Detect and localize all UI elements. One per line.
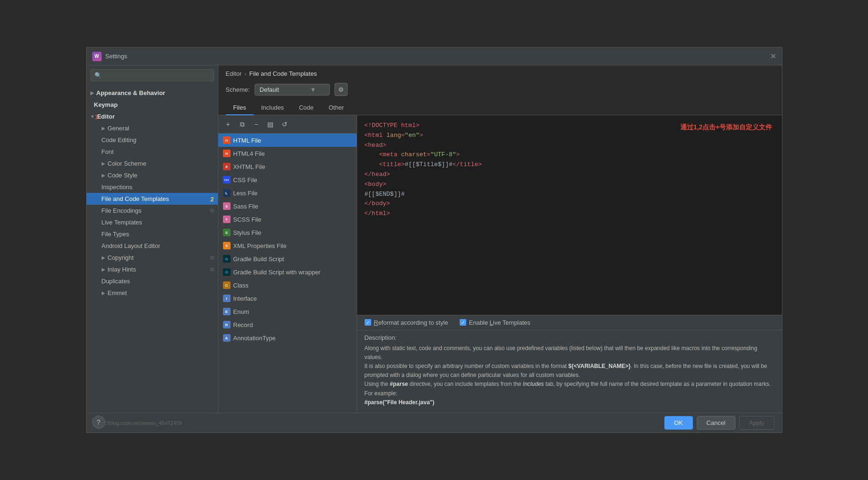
sidebar-item-label: Duplicates xyxy=(102,278,130,285)
file-type-icon: G xyxy=(223,268,231,276)
file-item-css[interactable]: css CSS File xyxy=(218,173,357,186)
file-type-icon: E xyxy=(223,308,231,315)
file-item-sass[interactable]: S Sass File xyxy=(218,200,357,213)
file-item-label: Gradle Build Script xyxy=(233,256,284,263)
bottom-bar: https://blog.csdn.net/weixin_45472409 OK… xyxy=(87,413,782,432)
sidebar-item-code-style[interactable]: ▶ Code Style xyxy=(87,169,218,181)
search-box[interactable]: 🔍 xyxy=(90,69,214,81)
add-template-button[interactable]: + xyxy=(222,118,234,130)
expand-arrow: ▶ xyxy=(102,126,105,131)
close-button[interactable]: ✕ xyxy=(770,52,776,61)
duplicate-template-button[interactable]: ▤ xyxy=(264,118,277,130)
checkbox-checked-icon: ✓ xyxy=(460,319,466,326)
sidebar-item-label: Copyright xyxy=(108,254,134,261)
file-item-interface[interactable]: I Interface xyxy=(218,292,357,305)
scheme-row: Scheme: Default ▼ ⚙ xyxy=(218,81,782,101)
file-item-label: Record xyxy=(233,321,253,328)
sidebar-item-keymap[interactable]: Keymap xyxy=(87,99,218,111)
expand-arrow: ▶ xyxy=(102,267,105,272)
sidebar-item-code-editing[interactable]: Code Editing xyxy=(87,134,218,146)
sidebar-item-label: File and Code Templates xyxy=(102,195,169,202)
sidebar-item-inlay-hints[interactable]: ▶ Inlay Hints ⧉ xyxy=(87,264,218,275)
file-item-label: HTML4 File xyxy=(233,150,265,157)
file-type-icon: S xyxy=(223,229,231,236)
scheme-dropdown[interactable]: Default ▼ xyxy=(255,84,330,96)
copy-icon: ⧉ xyxy=(210,266,214,272)
checkbox-row: ✓ Reformat according to style ✓ Enable L… xyxy=(365,319,774,326)
file-item-label: CSS File xyxy=(233,176,257,184)
sidebar-item-label: File Encodings xyxy=(102,207,142,214)
app-icon: W xyxy=(92,52,102,61)
sidebar-item-appearance[interactable]: ▶ Appearance & Behavior xyxy=(87,87,218,99)
file-type-icon: H xyxy=(223,150,231,157)
file-item-less[interactable]: L Less File xyxy=(218,186,357,200)
code-line: </body> xyxy=(365,199,774,209)
reset-template-button[interactable]: ↺ xyxy=(279,118,291,130)
code-editor[interactable]: 通过1,2点击+号添加自定义文件 <!DOCTYPE html> <html l… xyxy=(357,115,782,315)
file-item-enum[interactable]: E Enum xyxy=(218,305,357,318)
sidebar-item-duplicates[interactable]: Duplicates xyxy=(87,275,218,287)
sidebar-item-label: Editor xyxy=(97,113,115,120)
sidebar-item-label: Color Scheme xyxy=(108,160,146,167)
reformat-checkbox[interactable]: ✓ Reformat according to style xyxy=(365,319,448,326)
tab-includes[interactable]: Includes xyxy=(254,101,291,115)
sidebar-item-inspections[interactable]: Inspections xyxy=(87,181,218,193)
checkbox-checked-icon: ✓ xyxy=(365,319,371,326)
apply-button[interactable]: Apply xyxy=(739,416,774,430)
tab-code[interactable]: Code xyxy=(291,101,321,115)
file-item-html4[interactable]: H HTML4 File xyxy=(218,147,357,160)
file-type-icon: S xyxy=(223,202,231,210)
sidebar-item-copyright[interactable]: ▶ Copyright ⧉ xyxy=(87,252,218,264)
sidebar-item-file-templates[interactable]: File and Code Templates 2 xyxy=(87,193,218,205)
file-item-annotation[interactable]: A AnnotationType xyxy=(218,331,357,344)
breadcrumb-current: File and Code Templates xyxy=(249,70,317,77)
file-item-xml[interactable]: X XML Properties File xyxy=(218,239,357,252)
description-area: Description: Along with static text, cod… xyxy=(357,330,782,413)
file-item-stylus[interactable]: S Stylus File xyxy=(218,226,357,239)
code-line: </head> xyxy=(365,170,774,180)
tab-other[interactable]: Other xyxy=(321,101,351,115)
sidebar-item-label: Keymap xyxy=(94,101,118,108)
file-item-record[interactable]: R Record xyxy=(218,318,357,331)
gear-button[interactable]: ⚙ xyxy=(334,83,348,96)
code-line: <meta charset="UTF-8"> xyxy=(365,150,774,160)
tab-files[interactable]: Files xyxy=(226,101,254,115)
sidebar-item-android-layout[interactable]: Android Layout Editor xyxy=(87,240,218,252)
code-bottom: ✓ Reformat according to style ✓ Enable L… xyxy=(357,315,782,330)
sidebar: 🔍 ▶ Appearance & Behavior Keymap ▼ Edito… xyxy=(87,65,218,413)
file-item-label: Sass File xyxy=(233,203,258,210)
file-item-gradle[interactable]: G Gradle Build Script xyxy=(218,252,357,265)
sidebar-item-label: Emmet xyxy=(108,289,127,296)
sidebar-item-general[interactable]: ▶ General xyxy=(87,122,218,134)
live-templates-checkbox[interactable]: ✓ Enable Live Templates xyxy=(460,319,531,326)
file-item-scss[interactable]: S SCSS File xyxy=(218,213,357,226)
cancel-button[interactable]: Cancel xyxy=(697,416,735,430)
copy-template-button[interactable]: ⧉ xyxy=(236,118,248,130)
file-item-label: Interface xyxy=(233,295,257,302)
file-item-label: Enum xyxy=(233,308,249,315)
help-button[interactable]: ? xyxy=(92,416,105,429)
remove-template-button[interactable]: − xyxy=(250,118,263,130)
annotation-text: 通过1,2点击+号添加自定义文件 xyxy=(680,122,772,132)
window-title: Settings xyxy=(105,53,127,60)
sidebar-item-file-types[interactable]: File Types xyxy=(87,228,218,240)
breadcrumb-parent: Editor xyxy=(226,70,242,77)
file-item-html[interactable]: H HTML File xyxy=(218,134,357,147)
file-type-icon: H xyxy=(223,136,231,144)
sidebar-item-label: Appearance & Behavior xyxy=(96,89,166,96)
breadcrumb-separator: › xyxy=(244,70,246,77)
expand-arrow: ▶ xyxy=(102,173,105,178)
sidebar-item-editor[interactable]: ▼ Editor 1 xyxy=(87,111,218,122)
ok-button[interactable]: OK xyxy=(664,416,693,430)
sidebar-item-font[interactable]: Font xyxy=(87,146,218,158)
sidebar-item-live-templates[interactable]: Live Templates xyxy=(87,216,218,228)
title-bar: W Settings ✕ xyxy=(87,48,782,65)
sidebar-item-color-scheme[interactable]: ▶ Color Scheme xyxy=(87,158,218,169)
sidebar-item-file-encodings[interactable]: File Encodings ⧉ xyxy=(87,205,218,216)
file-item-xhtml[interactable]: X XHTML File xyxy=(218,160,357,173)
sidebar-item-emmet[interactable]: ▶ Emmet xyxy=(87,287,218,299)
file-item-gradle-wrapper[interactable]: G Gradle Build Script with wrapper xyxy=(218,265,357,279)
file-type-icon: R xyxy=(223,321,231,328)
file-item-class[interactable]: C Class xyxy=(218,279,357,292)
copy-icon: ⧉ xyxy=(210,208,214,214)
